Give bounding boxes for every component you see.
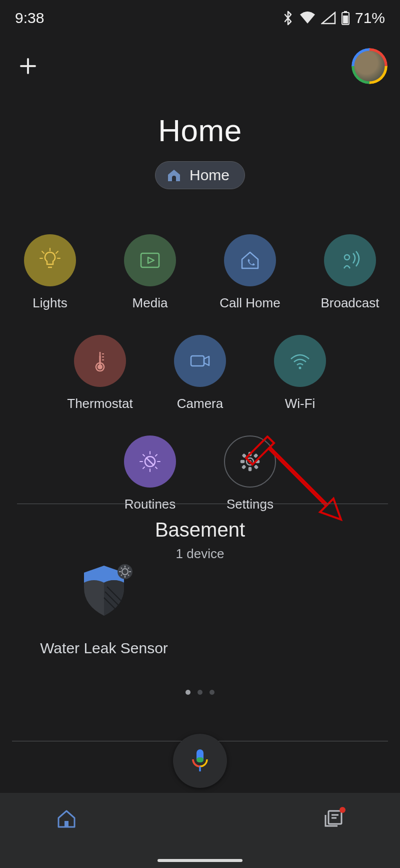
wifi-icon	[299, 12, 316, 25]
svg-rect-34	[241, 461, 244, 463]
bluetooth-icon	[282, 11, 294, 26]
svg-rect-2	[343, 16, 348, 24]
page-title: Home	[0, 113, 400, 148]
lightbulb-icon	[36, 246, 64, 274]
status-time: 9:38	[15, 10, 44, 27]
svg-point-31	[248, 460, 252, 463]
status-bar: 9:38 71%	[0, 0, 400, 36]
cell-signal-icon	[321, 12, 336, 25]
svg-rect-33	[249, 468, 251, 471]
shield-icon	[74, 561, 134, 621]
plus-icon	[18, 56, 38, 76]
svg-line-51	[121, 575, 122, 576]
svg-line-26	[143, 455, 144, 456]
thermometer-icon	[86, 347, 114, 375]
tile-broadcast-label: Broadcast	[320, 295, 379, 311]
tile-call-home[interactable]: Call Home	[215, 234, 285, 311]
svg-rect-4	[172, 178, 176, 181]
svg-rect-11	[141, 253, 159, 267]
svg-rect-18	[191, 356, 204, 366]
battery-percent: 71%	[355, 10, 385, 27]
svg-line-52	[128, 568, 129, 569]
home-selector-label: Home	[190, 167, 230, 184]
status-icons: 71%	[282, 10, 385, 27]
tile-settings[interactable]: Settings	[215, 436, 285, 512]
battery-icon	[341, 11, 350, 26]
tile-media-label: Media	[132, 295, 168, 311]
tile-lights[interactable]: Lights	[15, 234, 85, 311]
nav-home[interactable]	[0, 808, 134, 830]
play-icon	[136, 246, 164, 274]
tile-broadcast[interactable]: Broadcast	[315, 234, 385, 311]
tile-routines-label: Routines	[124, 497, 176, 512]
wifi-tile-icon	[286, 347, 314, 375]
assistant-mic-button[interactable]	[173, 734, 227, 788]
page-dot	[198, 690, 202, 695]
svg-point-13	[98, 364, 102, 369]
gear-icon	[238, 450, 262, 474]
add-button[interactable]	[14, 52, 42, 80]
svg-rect-36	[242, 454, 246, 457]
nav-feed[interactable]	[266, 808, 400, 830]
room-device-count: 1 device	[0, 546, 400, 562]
broadcast-icon	[336, 246, 364, 274]
svg-line-7	[42, 251, 44, 253]
svg-line-8	[56, 251, 58, 253]
top-bar	[0, 46, 400, 86]
svg-rect-35	[256, 461, 259, 463]
notification-badge	[340, 807, 346, 813]
page-dot	[210, 690, 214, 695]
divider	[17, 504, 388, 504]
tile-routines[interactable]: Routines	[115, 436, 185, 512]
page-dot	[186, 690, 190, 695]
svg-rect-56	[64, 821, 68, 827]
room-header-basement: Basement 1 device	[0, 519, 400, 562]
account-avatar[interactable]	[353, 50, 386, 83]
quick-actions-grid: Lights Media Call Home Broadcast Thermos…	[0, 234, 400, 536]
camera-icon	[186, 347, 214, 375]
tile-media[interactable]: Media	[115, 234, 185, 311]
device-water-leak-sensor[interactable]: Water Leak Sensor	[39, 561, 169, 657]
tile-thermostat[interactable]: Thermostat	[65, 335, 135, 411]
svg-line-49	[121, 568, 122, 569]
page-indicator	[0, 690, 400, 695]
home-nav-icon	[56, 808, 78, 830]
svg-rect-1	[344, 11, 347, 13]
gesture-nav-pill[interactable]	[158, 859, 242, 862]
bottom-nav	[0, 793, 400, 868]
room-name: Basement	[0, 519, 400, 541]
home-icon	[166, 167, 182, 184]
svg-line-29	[156, 455, 157, 456]
home-selector-chip[interactable]: Home	[155, 161, 245, 189]
tile-camera-label: Camera	[177, 396, 223, 411]
routines-icon	[136, 448, 164, 476]
svg-rect-37	[254, 466, 258, 469]
tile-call-home-label: Call Home	[220, 295, 280, 311]
call-home-icon	[236, 246, 264, 274]
tile-wifi[interactable]: Wi-Fi	[265, 335, 335, 411]
svg-line-50	[128, 575, 129, 576]
tile-settings-label: Settings	[226, 497, 274, 512]
svg-rect-38	[254, 454, 257, 457]
svg-point-19	[299, 367, 302, 369]
svg-line-27	[156, 467, 157, 469]
tile-wifi-label: Wi-Fi	[285, 396, 316, 411]
device-label: Water Leak Sensor	[40, 640, 168, 657]
mic-icon	[189, 747, 211, 774]
svg-point-12	[344, 255, 350, 260]
tile-thermostat-label: Thermostat	[67, 396, 133, 411]
svg-line-28	[143, 467, 144, 469]
tile-lights-label: Lights	[32, 295, 67, 311]
tile-camera[interactable]: Camera	[165, 335, 235, 411]
svg-rect-54	[196, 757, 204, 762]
svg-rect-39	[242, 466, 245, 469]
svg-rect-32	[249, 453, 251, 456]
svg-line-21	[146, 458, 154, 466]
